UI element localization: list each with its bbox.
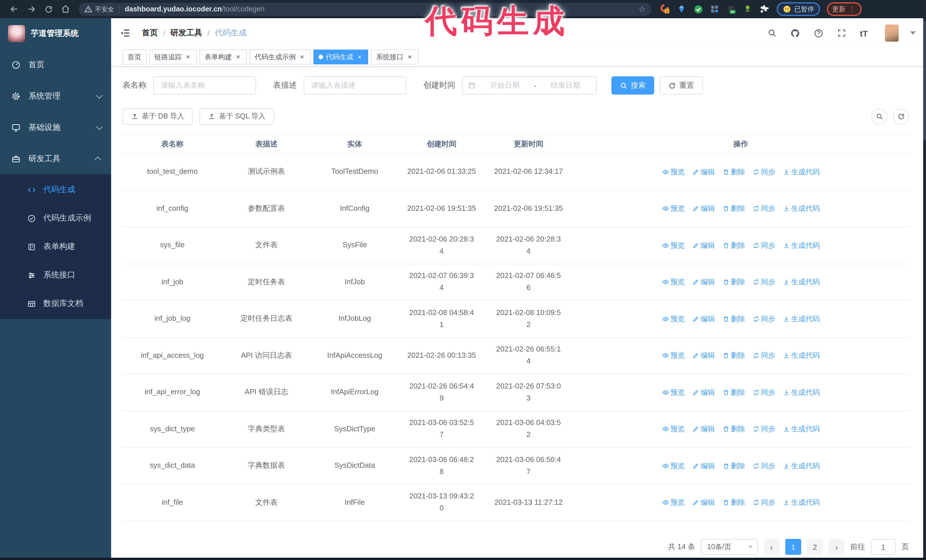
date-range-picker[interactable]: 开始日期 - 结束日期	[462, 76, 597, 95]
sync-link[interactable]: 同步	[752, 350, 775, 361]
tag-codegen-example[interactable]: 代码生成示例	[250, 50, 310, 64]
browser-reload-button[interactable]	[40, 2, 57, 17]
delete-link[interactable]: 删除	[722, 203, 745, 214]
header-search-button[interactable]	[767, 29, 777, 38]
avatar-caret-icon[interactable]	[910, 31, 916, 35]
generate-code-link[interactable]: 生成代码	[783, 203, 820, 214]
delete-link[interactable]: 删除	[722, 240, 745, 251]
preview-link[interactable]: 预览	[662, 497, 685, 509]
generate-code-link[interactable]: 生成代码	[783, 497, 820, 509]
close-icon[interactable]	[406, 53, 413, 61]
preview-link[interactable]: 预览	[662, 203, 685, 214]
delete-link[interactable]: 删除	[722, 424, 745, 435]
extension-check-icon[interactable]	[692, 3, 704, 15]
preview-link[interactable]: 预览	[662, 350, 685, 361]
edit-link[interactable]: 编辑	[692, 387, 715, 398]
kebab-menu-icon[interactable]: ⋮	[849, 6, 856, 12]
sync-link[interactable]: 同步	[752, 276, 775, 288]
delete-link[interactable]: 删除	[722, 387, 745, 398]
sidebar-item-system-api[interactable]: 系统接口	[0, 261, 111, 290]
edit-link[interactable]: 编辑	[692, 203, 715, 214]
sync-link[interactable]: 同步	[752, 424, 775, 435]
browser-forward-button[interactable]	[23, 2, 40, 17]
page-button-2[interactable]: 2	[807, 539, 823, 555]
fullscreen-button[interactable]	[837, 29, 846, 38]
page-size-select[interactable]: 10条/页	[701, 539, 758, 555]
delete-link[interactable]: 删除	[722, 166, 745, 178]
page-button-1[interactable]: 1	[785, 539, 801, 555]
preview-link[interactable]: 预览	[662, 276, 685, 288]
scrollbar-thumb[interactable]	[923, 21, 926, 140]
next-page-button[interactable]	[829, 539, 844, 555]
extension-on-icon[interactable]: on	[725, 3, 737, 15]
sidebar-item-home[interactable]: 首页	[0, 49, 111, 80]
extensions-puzzle-icon[interactable]	[758, 3, 770, 15]
tag-codegen[interactable]: 代码生成	[313, 50, 368, 64]
preview-link[interactable]: 预览	[662, 424, 685, 435]
sync-link[interactable]: 同步	[752, 387, 775, 398]
generate-code-link[interactable]: 生成代码	[783, 276, 820, 288]
import-db-button[interactable]: 基于 DB 导入	[123, 108, 193, 125]
close-icon[interactable]	[235, 53, 242, 61]
generate-code-link[interactable]: 生成代码	[783, 240, 820, 251]
sync-link[interactable]: 同步	[752, 497, 775, 509]
sidebar-item-infra[interactable]: 基础设施	[0, 112, 111, 143]
generate-code-link[interactable]: 生成代码	[783, 460, 820, 472]
close-icon[interactable]	[185, 53, 191, 61]
tag-tracing[interactable]: 链路追踪	[149, 50, 197, 64]
edit-link[interactable]: 编辑	[692, 350, 715, 361]
extension-green-figure-icon[interactable]	[742, 3, 754, 15]
browser-back-button[interactable]	[6, 2, 23, 17]
sync-link[interactable]: 同步	[752, 313, 775, 325]
goto-page-input[interactable]: 1	[871, 539, 896, 555]
table-desc-input[interactable]: 请输入表描述	[304, 76, 406, 95]
sidebar-item-db-docs[interactable]: 数据库文档	[0, 290, 111, 318]
sidebar-item-form-builder[interactable]: 表单构建	[0, 232, 111, 261]
sync-link[interactable]: 同步	[752, 460, 775, 472]
tag-system-api[interactable]: 系统接口	[371, 50, 418, 64]
sidebar-item-system[interactable]: 系统管理	[0, 80, 111, 112]
browser-scrollbar[interactable]	[923, 0, 926, 560]
sync-link[interactable]: 同步	[752, 203, 775, 214]
breadcrumb-devtools[interactable]: 研发工具	[170, 28, 202, 38]
tag-home[interactable]: 首页	[123, 50, 147, 64]
prev-page-button[interactable]	[764, 539, 779, 555]
close-icon[interactable]	[356, 53, 363, 61]
generate-code-link[interactable]: 生成代码	[783, 387, 820, 398]
close-icon[interactable]	[299, 53, 306, 61]
help-button[interactable]	[814, 28, 823, 38]
preview-link[interactable]: 预览	[662, 387, 685, 398]
github-link[interactable]	[790, 28, 800, 38]
preview-link[interactable]: 预览	[662, 313, 685, 325]
address-bar[interactable]: 不安全 dashboard.yudao.iocoder.cn/tool/code…	[79, 3, 651, 16]
edit-link[interactable]: 编辑	[692, 497, 715, 509]
sync-link[interactable]: 同步	[752, 240, 775, 251]
extension-colorpicker-icon[interactable]: 1	[659, 3, 671, 15]
table-name-input[interactable]: 请输入表名称	[153, 76, 256, 95]
edit-link[interactable]: 编辑	[692, 276, 715, 288]
extension-gem-icon[interactable]	[676, 3, 687, 15]
breadcrumb-home[interactable]: 首页	[142, 28, 158, 38]
delete-link[interactable]: 删除	[722, 497, 745, 509]
font-size-button[interactable]: tT	[860, 28, 868, 38]
delete-link[interactable]: 删除	[722, 313, 745, 325]
edit-link[interactable]: 编辑	[692, 313, 715, 325]
preview-link[interactable]: 预览	[662, 460, 685, 472]
generate-code-link[interactable]: 生成代码	[783, 166, 820, 178]
extension-grid-icon[interactable]	[709, 3, 720, 15]
tag-form-builder[interactable]: 表单构建	[200, 50, 247, 64]
sync-link[interactable]: 同步	[752, 166, 775, 178]
paused-extension-pill[interactable]: 已暂停	[777, 2, 820, 16]
reset-button[interactable]: 重置	[660, 76, 703, 95]
sidebar-item-devtools[interactable]: 研发工具	[0, 143, 111, 174]
sidebar-item-codegen[interactable]: 代码生成	[0, 175, 111, 204]
sidebar-item-codegen-example[interactable]: 代码生成示例	[0, 204, 111, 232]
toggle-search-button[interactable]	[871, 109, 887, 124]
search-button[interactable]: 搜索	[611, 76, 654, 95]
collapse-sidebar-button[interactable]	[120, 28, 130, 38]
bookmark-star-icon[interactable]: ☆	[639, 5, 646, 14]
preview-link[interactable]: 预览	[662, 240, 685, 251]
browser-home-button[interactable]	[57, 2, 74, 17]
edit-link[interactable]: 编辑	[692, 460, 715, 472]
edit-link[interactable]: 编辑	[692, 240, 715, 251]
